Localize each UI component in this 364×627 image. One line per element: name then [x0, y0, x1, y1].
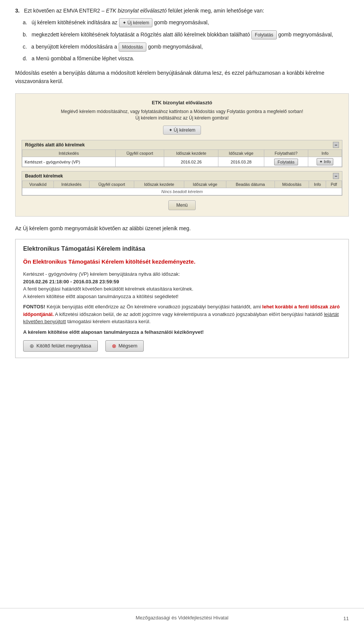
- fontos-label: FONTOS!: [23, 304, 45, 310]
- folyatas-btn-inline: Folytatás: [251, 30, 277, 39]
- item-d-text: a Menü gombbal a főmenübe léphet vissza.: [31, 55, 134, 61]
- elec-footer-text: A kérelem kitöltése előtt alaposan tanul…: [23, 329, 341, 335]
- item-d: d. a Menü gombbal a főmenübe léphet viss…: [23, 55, 349, 63]
- beadott-section: Beadott kérelmek – Vonalkód Intézkedés Ü…: [22, 171, 342, 196]
- rogzites-collapse-btn[interactable]: –: [333, 142, 339, 148]
- beadott-collapse-btn[interactable]: –: [333, 173, 339, 179]
- warning-text1: Kérjük benyújtás előtt ellenőrizze az Ön…: [47, 304, 262, 310]
- cell-intezk: Kertészet - gyógynövény (VP): [22, 157, 116, 167]
- bottom-text: Az Új kérelem gomb megnyomását követően …: [15, 224, 349, 233]
- table-row: Kertészet - gyógynövény (VP) 2016.02.26 …: [22, 157, 342, 167]
- rogzites-section: Rögzítés alatt álló kérelmek – Intézkedé…: [22, 140, 342, 167]
- cell-info: ✦ Info: [308, 157, 342, 167]
- kitolto-btn-label: Kitöltő felület megnyitása: [36, 343, 91, 349]
- col-idoszak-veg2: Időszak vége: [184, 181, 226, 188]
- col-info: Info: [308, 150, 342, 157]
- col-info2: Info: [309, 181, 326, 188]
- new-request-btn-inline: ✦ Új kérelem: [119, 18, 153, 27]
- col-intezk2: Intézkedés: [53, 181, 89, 188]
- etk-box-title: ETK bizonylat előválasztó: [22, 100, 342, 105]
- item-b: b. megkezdett kérelem kitöltésének folyt…: [23, 30, 349, 39]
- beadott-table: Vonalkód Intézkedés Ügyfél csoport Idősz…: [22, 181, 342, 195]
- step3-intro: 3. Ezt követően az EMVA ENTER2 – ETK biz…: [15, 8, 349, 14]
- item-a-text-before: új kérelem kitöltésének indítására az: [31, 19, 117, 25]
- etk-preview-box: ETK bizonylat előválasztó Meglévő kérele…: [15, 93, 349, 217]
- col-pdf: Pdf: [326, 181, 342, 188]
- col-idoszak-kezd: Időszak kezdete: [164, 150, 218, 157]
- col-folytat: Folytatható?: [264, 150, 308, 157]
- etk-menu-row: Menü: [22, 200, 342, 210]
- page-number: 11: [344, 616, 349, 621]
- elec-info-lines: Kertészet - gyógynövény (VP) kérelem ben…: [23, 270, 341, 300]
- item-b-label: b.: [23, 31, 30, 38]
- cell-folytat: Folytatás: [264, 157, 308, 167]
- elec-info-line2: 2016.02.26 21:18:00 - 2016.03.28 23:59:5…: [23, 279, 119, 284]
- x-icon: ⊗: [112, 343, 116, 349]
- elec-highlight: Ön Elektronikus Támogatási Kérelem kitöl…: [23, 258, 341, 266]
- step3-text: Ezt követően az EMVA ENTER2 – ETK bizony…: [24, 8, 264, 14]
- elec-buttons-row: ⊕ Kitöltő felület megnyitása ⊗ Mégsem: [23, 340, 341, 352]
- paragraph-modositas: Módosítás esetén a benyújtás dátuma a mó…: [15, 69, 349, 86]
- item-b-text-after: gomb megnyomásával,: [278, 31, 333, 38]
- footer-text: Mezőgazdasági és Vidékfejlesztési Hivata…: [136, 615, 229, 621]
- item-c-text-after: gomb megnyomásával,: [148, 44, 203, 50]
- col-ugyfel: Ügyfél csoport: [115, 150, 164, 157]
- item-c: c. a benyújtott kérelem módosítására a M…: [23, 42, 349, 52]
- info-btn[interactable]: ✦ Info: [317, 158, 333, 165]
- electronic-form-box: Elektronikus Támogatási Kérelem indítása…: [15, 239, 349, 358]
- col-modositas: Módosítás: [275, 181, 309, 188]
- megsem-btn[interactable]: ⊗ Mégsem: [105, 340, 144, 352]
- step3-number: 3.: [15, 8, 20, 14]
- beadott-table-header-row: Vonalkód Intézkedés Ügyfél csoport Idősz…: [22, 181, 342, 188]
- col-idoszak-veg: Időszak vége: [218, 150, 264, 157]
- rogzites-table-header-row: Intézkedés Ügyfél csoport Időszak kezdet…: [22, 150, 342, 157]
- warning-text3: támogatási kérelem elutasításra kerül.: [67, 319, 151, 324]
- elec-info-line1: Kertészet - gyógynövény (VP) kérelem ben…: [23, 271, 180, 277]
- item-c-label: c.: [23, 44, 30, 50]
- item-a: a. új kérelem kitöltésének indítására az…: [23, 18, 349, 27]
- rogzites-table: Intézkedés Ügyfél csoport Időszak kezdet…: [22, 149, 342, 167]
- item-a-label: a.: [23, 19, 30, 25]
- elec-warning: FONTOS! Kérjük benyújtás előtt ellenőriz…: [23, 303, 341, 325]
- steps-items: a. új kérelem kitöltésének indítására az…: [23, 18, 349, 63]
- rogzites-title: Rögzítés alatt álló kérelmek: [25, 142, 85, 148]
- cell-ugyfel: [115, 157, 164, 167]
- item-d-label: d.: [23, 55, 30, 61]
- beadott-header: Beadott kérelmek –: [22, 171, 342, 181]
- warning-text2: A kifizetési időszakon belül, de az adot…: [55, 311, 324, 317]
- etk-box-subtitle1: Meglévő kérelem módosításához, vagy foly…: [22, 108, 342, 121]
- beadott-title: Beadott kérelmek: [25, 173, 63, 179]
- page-footer: Mezőgazdasági és Vidékfejlesztési Hivata…: [0, 608, 364, 627]
- modositas-btn-inline: Módosítás: [119, 42, 146, 52]
- cell-idoszak-veg: 2016.03.28: [218, 157, 264, 167]
- folytat-btn[interactable]: Folytatás: [274, 159, 298, 165]
- elec-info-line3: A fenti benyújtási határidőt követően be…: [23, 286, 193, 292]
- col-vonalkod: Vonalkód: [22, 181, 54, 188]
- menu-btn[interactable]: Menü: [168, 200, 196, 210]
- cell-idoszak-kezd: 2016.02.26: [164, 157, 218, 167]
- rogzites-header: Rögzítés alatt álló kérelmek –: [22, 140, 342, 149]
- elec-info-line4: A kérelem kitöltése előtt alaposan tanul…: [23, 294, 179, 299]
- item-b-text-before: megkezdett kérelem kitöltésének folytatá…: [31, 31, 250, 38]
- col-intezk: Intézkedés: [22, 150, 116, 157]
- no-data-row: Nincs beadott kérelem: [22, 188, 342, 195]
- etk-new-btn: ✦ Új kérelem: [163, 126, 201, 135]
- etk-new-btn-row: ✦ Új kérelem: [22, 126, 342, 135]
- elec-box-title: Elektronikus Támogatási Kérelem indítása: [23, 245, 341, 252]
- item-c-text-before: a benyújtott kérelem módosítására a: [31, 44, 117, 50]
- plus-icon: ⊕: [30, 343, 34, 349]
- megsem-btn-label: Mégsem: [119, 343, 138, 349]
- col-idoszak-kezd2: Időszak kezdete: [134, 181, 184, 188]
- no-data-cell: Nincs beadott kérelem: [22, 188, 342, 195]
- col-beadas-datum: Beadás dátuma: [226, 181, 275, 188]
- item-a-text-after: gomb megnyomásával,: [154, 19, 209, 25]
- kitolto-btn[interactable]: ⊕ Kitöltő felület megnyitása: [23, 340, 98, 352]
- col-ugyfel2: Ügyfél csoport: [89, 181, 134, 188]
